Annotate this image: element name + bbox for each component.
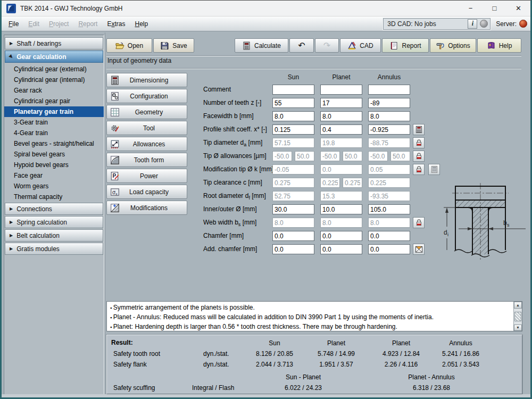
tool-button[interactable]: Tool: [106, 121, 187, 135]
sidebar-item-spiral-bevel-gears[interactable]: Spiral bevel gears: [4, 149, 104, 160]
sidebar-item-face-gear[interactable]: Face gear: [4, 170, 104, 181]
options-button[interactable]: Options: [430, 38, 476, 53]
lock-icon[interactable]: [413, 217, 425, 228]
tip-allowances-m-sun-1-input[interactable]: [272, 151, 292, 161]
tooth-form-button[interactable]: Tooth form: [106, 153, 187, 167]
section-title: Input of geometry data: [107, 57, 171, 64]
facewidth-b-mm-annulus-input[interactable]: [368, 111, 410, 121]
sidebar-group-gratis-modules[interactable]: ▶Gratis modules: [5, 243, 103, 255]
profile-shift-coeff-x-planet-input[interactable]: [320, 124, 362, 135]
scroll-up-icon[interactable]: ▲: [514, 302, 522, 309]
web-width-b-sun-input[interactable]: [272, 218, 314, 228]
power-button[interactable]: PPower: [106, 169, 187, 183]
info-button[interactable]: i: [468, 19, 477, 29]
sidebar-item-cylindrical-gear-external[interactable]: Cylindrical gear (external): [4, 64, 104, 74]
load-icon: σx: [110, 187, 120, 197]
sidebar-item-worm-gears[interactable]: Worm gears: [4, 181, 104, 192]
close-button[interactable]: ✕: [506, 1, 530, 16]
sidebar-item-gear-rack[interactable]: Gear rack: [4, 85, 104, 96]
minimize-button[interactable]: −: [459, 1, 483, 16]
tip-diameter-d-planet-input[interactable]: [320, 138, 362, 148]
inner-outer-mm-planet-input[interactable]: [320, 204, 362, 214]
chamfer-mm-planet-input[interactable]: [320, 231, 362, 241]
add-chamfer-mm-sun-input[interactable]: [272, 244, 314, 254]
lock-icon[interactable]: [413, 151, 425, 162]
profile-shift-coeff-x-annulus-input[interactable]: [368, 124, 410, 135]
modification-tip-k-mm-sun-input[interactable]: [272, 164, 314, 174]
tip-clearance-c-mm-annulus-input[interactable]: [368, 178, 410, 188]
facewidth-b-mm-planet-input[interactable]: [320, 111, 362, 121]
sidebar-group-connections[interactable]: ▶Connections: [5, 203, 103, 215]
tip-allowances-m-planet-1-input[interactable]: [320, 151, 340, 161]
web-width-b-planet-input[interactable]: [320, 218, 362, 228]
comment-planet-input[interactable]: [320, 85, 362, 95]
sidebar-group-shaft-bearings[interactable]: ▶Shaft / bearings: [5, 37, 103, 49]
message-scrollbar[interactable]: ▲ ▼: [513, 302, 522, 331]
sidebar-item-cylindrical-gear-pair[interactable]: Cylindrical gear pair: [4, 96, 104, 106]
sidebar-group-gear-calculation[interactable]: ▶Gear calculation: [5, 51, 103, 63]
sidebar-group-spring-calculation[interactable]: ▶Spring calculation: [5, 216, 103, 228]
calc-small-icon[interactable]: [413, 124, 425, 135]
tip-clearance-c-mm-planet-1-input[interactable]: [320, 178, 340, 188]
tip-allowances-m-annulus-2-input[interactable]: [390, 151, 410, 161]
add-chamfer-mm-annulus-input[interactable]: [368, 244, 410, 254]
modifications-button[interactable]: Modifications: [106, 201, 187, 215]
tip-diameter-d-sun-input[interactable]: [272, 138, 314, 148]
calculate-button[interactable]: Calculate: [235, 38, 288, 53]
row-label-facewidth-b-mm: Facewidth b [mm]: [203, 111, 254, 121]
sidebar-group-belt-calculation[interactable]: ▶Belt calculation: [5, 229, 103, 242]
number-of-teeth-z-annulus-input[interactable]: [368, 98, 410, 108]
comment-annulus-input[interactable]: [368, 85, 410, 95]
add-chamfer-mm-planet-input[interactable]: [320, 244, 362, 254]
number-of-teeth-z-sun-input[interactable]: [272, 98, 314, 108]
profile-shift-coeff-x-sun-input[interactable]: [272, 124, 314, 135]
save-button[interactable]: Save: [153, 38, 194, 53]
titlebar: TBK 2014 - GWJ Technology GmbH − □ ✕: [2, 1, 530, 16]
root-diameter-d-sun-input[interactable]: [272, 191, 314, 201]
chamfer-icon[interactable]: [413, 244, 425, 255]
scroll-down-icon[interactable]: ▼: [514, 325, 522, 331]
inner-outer-mm-annulus-input[interactable]: [368, 204, 410, 214]
inner-outer-mm-sun-input[interactable]: [272, 204, 314, 214]
facewidth-b-mm-sun-input[interactable]: [272, 111, 314, 121]
allowances-button[interactable]: Allowances: [106, 137, 187, 151]
web-width-b-annulus-input[interactable]: [368, 218, 410, 228]
sidebar-item-4-gear-train[interactable]: 4-Gear train: [4, 128, 104, 138]
sidebar-item-thermal-capacity[interactable]: Thermal capacity: [4, 192, 104, 202]
tip-allowances-m-planet-2-input[interactable]: [343, 151, 362, 161]
number-of-teeth-z-planet-input[interactable]: [320, 98, 362, 108]
sidebar-item-cylindrical-gear-internal[interactable]: Cylindrical gear (internal): [4, 74, 104, 85]
tip-allowances-m-sun-2-input[interactable]: [295, 151, 314, 161]
sidebar-item-3-gear-train[interactable]: 3-Gear train: [4, 117, 104, 128]
sidebar-item-planetary-gear-train[interactable]: Planetary gear train: [4, 106, 104, 117]
open-button[interactable]: Open: [106, 38, 152, 53]
report-button[interactable]: Report: [382, 38, 429, 53]
load-capacity-button[interactable]: σxLoad capacity: [106, 185, 187, 199]
sidebar-item-bevel-gears-straight-helical[interactable]: Bevel gears - straight/helical: [4, 138, 104, 149]
cad-button[interactable]: CAD: [340, 38, 381, 53]
menu-file[interactable]: File: [4, 20, 23, 28]
lock-icon[interactable]: [413, 164, 425, 175]
root-diameter-d-planet-input[interactable]: [320, 191, 362, 201]
comment-sun-input[interactable]: [272, 85, 314, 95]
modification-tip-k-mm-annulus-input[interactable]: [368, 164, 410, 174]
tip-allowances-m-annulus-1-input[interactable]: [368, 151, 388, 161]
tip-diameter-d-annulus-input[interactable]: [368, 138, 410, 148]
scroll-thumb[interactable]: [514, 312, 521, 321]
tip-clearance-c-mm-planet-2-input[interactable]: [343, 178, 362, 188]
dimensioning-button[interactable]: Dimensioning: [106, 73, 187, 87]
maximize-button[interactable]: □: [483, 1, 506, 16]
tip-clearance-c-mm-sun-input[interactable]: [272, 178, 314, 188]
sidebar-item-hypoid-bevel-gears[interactable]: Hypoid bevel gears: [4, 160, 104, 170]
undo-button[interactable]: ↶: [289, 38, 314, 53]
lock-icon[interactable]: [413, 137, 425, 148]
modification-tip-k-mm-planet-input[interactable]: [320, 164, 362, 174]
geometry-button[interactable]: Geometry: [106, 105, 187, 119]
root-diameter-d-annulus-input[interactable]: [368, 191, 410, 201]
chamfer-mm-annulus-input[interactable]: [368, 231, 410, 241]
help-button[interactable]: Help: [477, 38, 521, 53]
chamfer-mm-sun-input[interactable]: [272, 231, 314, 241]
menu-extras[interactable]: Extras: [102, 20, 130, 28]
menu-help[interactable]: Help: [130, 20, 153, 28]
configuration-button[interactable]: Configuration: [106, 89, 187, 103]
